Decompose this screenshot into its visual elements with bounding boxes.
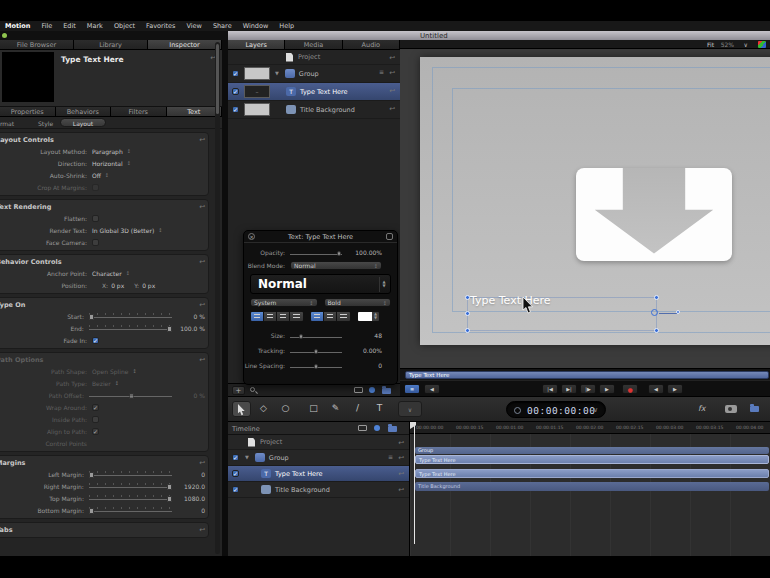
layers-row-title-background[interactable]: ✓ Title Background ↩ [228, 101, 400, 119]
fx-icon[interactable]: fx [698, 404, 706, 413]
show-mini-timeline-button[interactable]: ≡ [404, 384, 420, 394]
zoom-percent-value[interactable]: 52% [721, 41, 734, 48]
selection-handle[interactable] [465, 328, 470, 333]
anchor-point-popup[interactable]: Character [92, 270, 122, 277]
face-camera-checkbox[interactable] [92, 239, 99, 246]
zoom-fit-popup[interactable]: Fit [707, 41, 714, 48]
align-left-button[interactable] [251, 312, 264, 321]
text-tool[interactable]: T [370, 401, 389, 417]
flatten-checkbox[interactable] [92, 215, 99, 222]
tab-behaviors[interactable]: Behaviors [56, 107, 112, 116]
step-forward-button[interactable]: ▶ [667, 384, 683, 394]
menu-favorites[interactable]: Favorites [146, 22, 175, 30]
rotation-handle-end[interactable] [676, 310, 680, 314]
selection-handle[interactable] [465, 311, 470, 316]
tab-layout[interactable]: Layout [60, 118, 106, 127]
play-from-start-button[interactable]: |▶ [580, 384, 596, 394]
activation-checkbox[interactable]: ✓ [232, 70, 239, 77]
step-back-button[interactable]: ◀ [648, 384, 664, 394]
left-margin-value[interactable]: 0 [172, 471, 205, 478]
canvas-area[interactable]: Type Text Here [400, 49, 770, 368]
media-browser-icon[interactable] [750, 406, 759, 412]
top-margin-value[interactable]: 1080.0 [172, 495, 205, 502]
blend-mode-popup[interactable]: Normal↕ [290, 261, 382, 270]
tab-file-browser[interactable]: File Browser [0, 40, 74, 49]
bottom-margin-value[interactable]: 0 [172, 507, 205, 514]
reset-icon[interactable]: ↩ [389, 105, 395, 113]
layout-path-button[interactable] [337, 312, 350, 321]
reset-icon[interactable]: ↩ [398, 470, 404, 478]
tab-media[interactable]: Media [285, 40, 342, 49]
line-tool[interactable]: / [348, 401, 367, 417]
align-center-button[interactable] [264, 312, 277, 321]
track-bar-type-text-here[interactable]: Type Text Here [415, 455, 769, 464]
mini-timeline-bar[interactable]: Type Text Here [405, 371, 769, 379]
media-icon[interactable] [388, 426, 397, 432]
tab-properties[interactable]: Properties [0, 107, 56, 116]
direction-popup[interactable]: Horizontal [92, 160, 123, 167]
crop-at-margins-checkbox[interactable] [92, 184, 99, 191]
selection-handle[interactable] [465, 295, 470, 300]
disclosure-icon[interactable]: ▼ [275, 71, 279, 76]
layout-paragraph-button[interactable] [311, 312, 324, 321]
camera-icon[interactable] [725, 405, 737, 413]
reset-icon[interactable]: ↩ [199, 459, 205, 467]
end-slider[interactable] [89, 324, 172, 332]
menu-mark[interactable]: Mark [87, 22, 103, 30]
align-right-button[interactable] [277, 312, 290, 321]
start-slider[interactable] [89, 312, 172, 320]
timecode-display[interactable]: 00:00:00:00 ∨ [506, 401, 606, 418]
activation-checkbox[interactable]: ✓ [232, 470, 239, 477]
activation-checkbox[interactable]: ✓ [232, 106, 239, 113]
timing-icon[interactable] [374, 425, 380, 431]
add-button[interactable]: + [232, 386, 245, 395]
start-value[interactable]: 0 % [172, 313, 205, 320]
menu-share[interactable]: Share [213, 22, 232, 30]
activation-checkbox[interactable]: ✓ [232, 88, 239, 95]
timeline-row-title-background[interactable]: ✓ Title Background ↩ [228, 482, 409, 498]
tab-format[interactable]: Format [0, 120, 14, 127]
color-stepper[interactable]: ▲▼ [372, 312, 379, 321]
bottom-margin-slider[interactable] [89, 506, 172, 514]
text-color-well[interactable]: ▲▼ [357, 311, 380, 322]
tab-style[interactable]: Style [38, 120, 53, 127]
transform-glyph-tool[interactable]: ○ [276, 401, 295, 417]
reset-icon[interactable]: ↩ [389, 87, 395, 95]
canvas-text-object[interactable]: Type Text Here [470, 294, 551, 307]
activation-checkbox[interactable]: ✓ [232, 454, 239, 461]
title-background-layer[interactable] [576, 168, 732, 261]
layout-method-popup[interactable]: Paragraph [92, 148, 123, 155]
reset-icon[interactable]: ↩ [398, 486, 404, 494]
playhead[interactable] [414, 422, 415, 544]
color-swatch[interactable] [358, 312, 372, 321]
tab-library[interactable]: Library [74, 40, 148, 49]
menu-object[interactable]: Object [114, 22, 135, 30]
canvas-view-icon[interactable] [354, 387, 363, 393]
menu-motion[interactable]: Motion [5, 22, 30, 30]
reset-icon[interactable]: ↩ [389, 69, 395, 77]
reset-icon[interactable]: ↩ [199, 356, 205, 364]
tab-audio[interactable]: Audio [343, 40, 400, 49]
chevron-down-icon[interactable]: ∨ [593, 406, 598, 414]
timeline-row-type-text-here[interactable]: ✓ T Type Text Here ↩ [228, 466, 409, 482]
fade-in-checkbox[interactable]: ✓ [92, 337, 99, 344]
search-icon[interactable] [250, 387, 255, 392]
right-margin-slider[interactable] [89, 482, 172, 490]
menu-help[interactable]: Help [279, 22, 294, 30]
position-y-field[interactable]: 0 px [142, 282, 155, 289]
scrollbar-thumb[interactable] [216, 44, 219, 114]
reset-icon[interactable]: ↩ [398, 454, 404, 462]
disclosure-icon[interactable]: ▼ [245, 455, 249, 460]
activation-checkbox[interactable]: ✓ [232, 486, 239, 493]
layers-row-project[interactable]: Project ↩ [228, 50, 400, 65]
timeline-track-area[interactable]: 00:00:00:00 00:00:00:15 00:00:01:00 00:0… [410, 422, 770, 556]
previous-marker-button[interactable]: ◀ [424, 384, 440, 394]
track-bar-group[interactable]: Group [415, 447, 769, 454]
window-zoom-button[interactable] [2, 33, 7, 38]
timing-icon[interactable] [369, 387, 375, 393]
hud-panel[interactable]: ✕ Text: Type Text Here Opacity: 100.00% … [243, 230, 398, 385]
right-margin-value[interactable]: 1920.0 [172, 483, 205, 490]
reset-icon[interactable]: ↩ [389, 54, 395, 62]
reset-icon[interactable]: ↩ [199, 526, 205, 534]
render-text-popup[interactable]: In Global 3D (Better) [92, 227, 154, 234]
